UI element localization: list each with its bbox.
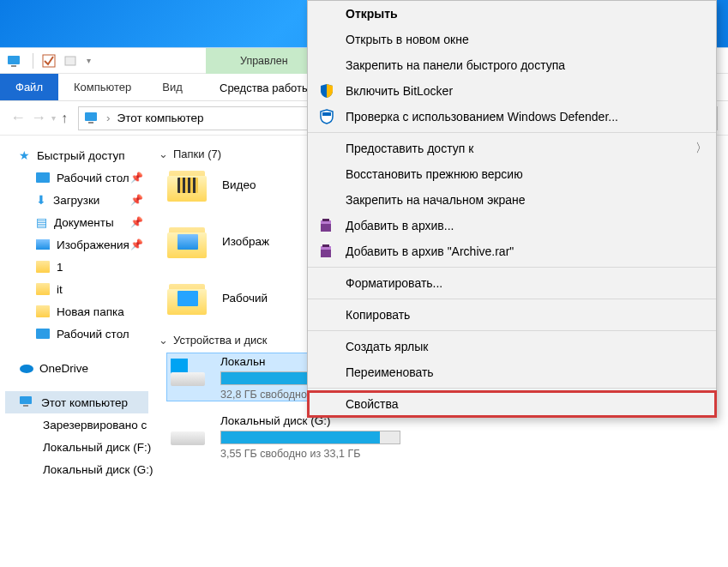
ctx-label: Форматировать... bbox=[346, 276, 704, 290]
tab-computer[interactable]: Компьютер bbox=[58, 74, 147, 100]
monitor-icon bbox=[36, 172, 50, 183]
svg-point-6 bbox=[20, 365, 33, 373]
pin-icon: 📌 bbox=[130, 194, 143, 206]
nav-this-pc-label: Этот компьютер bbox=[41, 396, 128, 409]
document-icon: ▤ bbox=[36, 215, 47, 229]
chevron-down-icon: ⌄ bbox=[159, 334, 168, 347]
folder-label: Изображ bbox=[222, 235, 269, 248]
ctx-defender[interactable]: Проверка с использованием Windows Defend… bbox=[308, 104, 716, 130]
ctx-separator bbox=[308, 330, 716, 331]
nav-folder-1[interactable]: 1 bbox=[5, 256, 148, 278]
nav-desktop[interactable]: Рабочий стол📌 bbox=[5, 166, 148, 189]
ribbon-contextual-label: Управлен bbox=[240, 55, 288, 67]
ctx-label: Закрепить на панели быстрого доступа bbox=[346, 58, 704, 72]
this-pc-icon bbox=[19, 395, 34, 410]
folder-label: Видео bbox=[222, 178, 256, 191]
ctx-add-archive[interactable]: Добавить в архив... bbox=[308, 213, 716, 238]
rar-icon bbox=[318, 243, 335, 260]
nav-drive-g[interactable]: Локальный диск (G:) bbox=[5, 458, 148, 480]
group-devices-label: Устройства и диск bbox=[173, 334, 268, 347]
nav-quick-access[interactable]: ★ Быстрый доступ bbox=[5, 144, 148, 166]
nav-folder-new[interactable]: Новая папка bbox=[5, 300, 148, 323]
folder-icon bbox=[36, 283, 50, 295]
svg-rect-9 bbox=[322, 112, 331, 116]
tab-computer-label: Компьютер bbox=[74, 81, 131, 93]
ctx-share[interactable]: Предоставить доступ к〉 bbox=[308, 136, 716, 161]
ctx-label: Закрепить на начальном экране bbox=[346, 193, 704, 207]
nav-item-label: Изображения bbox=[57, 238, 129, 251]
ctx-pin-start[interactable]: Закрепить на начальном экране bbox=[308, 187, 716, 213]
nav-back-icon[interactable]: ← bbox=[10, 109, 26, 127]
nav-onedrive[interactable]: OneDrive bbox=[5, 357, 148, 379]
nav-desktop-2[interactable]: Рабочий стол bbox=[5, 323, 148, 345]
folder-icon bbox=[36, 261, 50, 273]
chevron-right-icon: 〉 bbox=[695, 141, 707, 156]
ctx-add-archive-named[interactable]: Добавить в архив "Archive.rar" bbox=[308, 238, 716, 264]
nav-item-label: Локальный диск (G:) bbox=[43, 463, 153, 476]
tab-file[interactable]: Файл bbox=[0, 74, 58, 100]
tab-view[interactable]: Вид bbox=[147, 74, 198, 100]
ctx-separator bbox=[308, 388, 716, 389]
tab-view-label: Вид bbox=[162, 81, 183, 93]
ctx-copy[interactable]: Копировать bbox=[308, 302, 716, 328]
ctx-label: Предоставить доступ к bbox=[346, 142, 704, 155]
download-icon: ⬇ bbox=[36, 193, 46, 207]
ctx-restore-previous[interactable]: Восстановить прежнюю версию bbox=[308, 161, 716, 187]
ctx-label: Создать ярлык bbox=[346, 340, 704, 353]
ctx-bitlocker[interactable]: Включить BitLocker bbox=[308, 78, 716, 104]
nav-pictures[interactable]: Изображения📌 bbox=[5, 233, 148, 256]
nav-arrows: ← → ▾ ↑ bbox=[10, 109, 68, 127]
drive-icon bbox=[167, 355, 208, 389]
ctx-open[interactable]: Открыть bbox=[308, 1, 716, 27]
svg-rect-7 bbox=[20, 396, 32, 404]
folder-large-icon bbox=[167, 167, 207, 202]
ctx-separator bbox=[308, 299, 716, 299]
pictures-icon bbox=[36, 239, 50, 250]
ctx-label: Добавить в архив... bbox=[346, 219, 704, 232]
qat-dropdown-icon[interactable]: ▾ bbox=[87, 56, 91, 65]
pin-icon: 📌 bbox=[130, 172, 143, 184]
pin-icon: 📌 bbox=[130, 216, 143, 228]
nav-item-label: Загрузки bbox=[53, 194, 99, 207]
nav-drive-f[interactable]: Локальный диск (F:) bbox=[5, 436, 148, 458]
qat-new-folder-icon[interactable] bbox=[64, 54, 78, 68]
nav-documents[interactable]: ▤Документы📌 bbox=[5, 211, 148, 233]
drive-g[interactable]: Локальный диск (G:) 3,55 ГБ свободно из … bbox=[167, 413, 424, 460]
rar-icon bbox=[318, 217, 335, 234]
ctx-format[interactable]: Форматировать... bbox=[308, 270, 716, 296]
qat-checkbox-icon[interactable] bbox=[42, 54, 56, 68]
nav-forward-icon[interactable]: → bbox=[31, 109, 46, 127]
ribbon-contextual-header: Управлен bbox=[206, 48, 322, 74]
ctx-label: Открыть в новом окне bbox=[346, 33, 704, 46]
cloud-icon bbox=[19, 363, 33, 373]
explorer-icon bbox=[7, 54, 24, 68]
pin-icon: 📌 bbox=[130, 238, 143, 250]
nav-item-label: Зарезервировано с bbox=[43, 419, 147, 431]
drive-icon bbox=[167, 414, 208, 449]
ctx-rename[interactable]: Переименовать bbox=[308, 359, 716, 385]
ctx-create-shortcut[interactable]: Создать ярлык bbox=[308, 334, 716, 359]
ctx-label: Добавить в архив "Archive.rar" bbox=[346, 244, 704, 258]
nav-this-pc[interactable]: Этот компьютер bbox=[5, 391, 148, 413]
ctx-pin-quick-access[interactable]: Закрепить на панели быстрого доступа bbox=[308, 52, 716, 78]
nav-item-label: Документы bbox=[54, 216, 114, 229]
svg-rect-12 bbox=[322, 219, 329, 221]
svg-rect-3 bbox=[65, 57, 75, 65]
ctx-open-new-window[interactable]: Открыть в новом окне bbox=[308, 27, 716, 52]
folder-large-icon bbox=[167, 224, 207, 258]
navigation-pane: ★ Быстрый доступ Рабочий стол📌 ⬇Загрузки… bbox=[0, 136, 153, 567]
nav-drive-reserved[interactable]: Зарезервировано с bbox=[5, 413, 148, 436]
nav-downloads[interactable]: ⬇Загрузки📌 bbox=[5, 189, 148, 211]
monitor-icon bbox=[36, 329, 50, 339]
tab-file-label: Файл bbox=[15, 81, 43, 93]
address-label: Этот компьютер bbox=[117, 112, 204, 124]
nav-folder-it[interactable]: it bbox=[5, 278, 148, 300]
ctx-label: Копировать bbox=[346, 308, 704, 322]
ctx-properties[interactable]: Свойства bbox=[308, 391, 716, 417]
capacity-bar bbox=[220, 431, 400, 444]
svg-rect-1 bbox=[11, 65, 16, 67]
ribbon-contextual-tab[interactable]: Средства работы bbox=[206, 74, 323, 101]
nav-up-icon[interactable]: ↑ bbox=[61, 111, 68, 126]
nav-recent-icon[interactable]: ▾ bbox=[51, 113, 56, 123]
group-folders-label: Папки (7) bbox=[173, 148, 221, 160]
